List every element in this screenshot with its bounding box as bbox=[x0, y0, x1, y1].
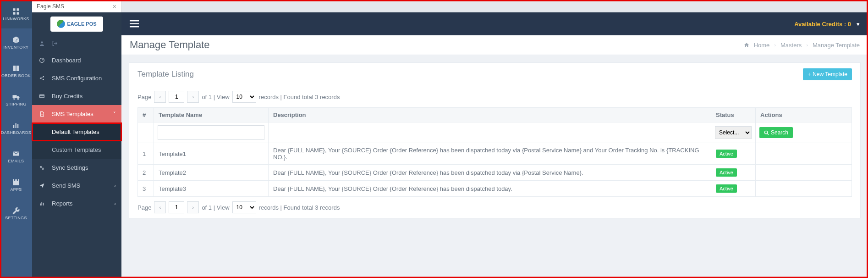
pager-records-label: records | Found total 3 records bbox=[259, 94, 340, 100]
pager-page-input[interactable] bbox=[169, 91, 184, 103]
svg-point-13 bbox=[40, 78, 41, 79]
pager-prev-button[interactable]: ‹ bbox=[154, 201, 166, 213]
svg-point-26 bbox=[764, 131, 767, 133]
mail-icon bbox=[12, 150, 20, 158]
tab-strip: Eagle SMS × bbox=[32, 0, 121, 12]
sidebar-item-label: Reports bbox=[52, 200, 73, 207]
rail-item-apps[interactable]: APPS bbox=[0, 171, 32, 199]
filter-name-input[interactable] bbox=[158, 125, 264, 140]
pager-view-select[interactable]: 10 bbox=[232, 91, 256, 103]
rail-item-settings[interactable]: SETTINGS bbox=[0, 199, 32, 228]
sidebar-item-label: Dashboard bbox=[52, 57, 81, 64]
book-icon bbox=[12, 64, 20, 72]
pager-page-input[interactable] bbox=[169, 201, 184, 213]
content-wrap: Template Listing + New Template Page ‹ ›… bbox=[121, 55, 868, 278]
app-sidebar-column: Eagle SMS × EAGLE POS DashboardSMS Confi… bbox=[32, 0, 121, 278]
sidebar-item-label: SMS Templates bbox=[52, 111, 93, 117]
logo-text: EAGLE POS bbox=[67, 21, 96, 27]
svg-point-14 bbox=[43, 76, 44, 78]
sidebar-item-buy-credits[interactable]: Buy Credits bbox=[32, 87, 121, 105]
svg-point-6 bbox=[17, 98, 19, 100]
pager-next-button[interactable]: › bbox=[187, 201, 199, 213]
sidebar-item-sms-templates[interactable]: SMS Templates˅ bbox=[32, 105, 121, 123]
col-num-header: # bbox=[138, 108, 154, 122]
search-icon bbox=[764, 130, 769, 135]
dashboard-icon bbox=[39, 57, 48, 63]
rail-label: SHIPPING bbox=[5, 102, 26, 106]
pager-of-label: of 1 | View bbox=[202, 204, 229, 211]
sidebar-item-send-sms[interactable]: Send SMS‹ bbox=[32, 177, 121, 195]
new-template-button[interactable]: + New Template bbox=[803, 68, 852, 80]
pager-records-label: records | Found total 3 records bbox=[259, 204, 340, 211]
col-actions-header: Actions bbox=[756, 108, 852, 122]
svg-rect-3 bbox=[17, 12, 19, 15]
page-header: Manage Template Home › Masters › Manage … bbox=[121, 35, 868, 55]
col-status-header: Status bbox=[711, 108, 756, 122]
user-icon[interactable] bbox=[39, 40, 45, 46]
svg-point-18 bbox=[40, 166, 42, 167]
rail-item-shipping[interactable]: SHIPPING bbox=[0, 85, 32, 114]
sidebar-sub-custom-templates[interactable]: Custom Templates bbox=[32, 141, 121, 159]
svg-rect-24 bbox=[130, 23, 139, 25]
sidebar-item-label: Buy Credits bbox=[52, 93, 82, 100]
panel-title: Template Listing bbox=[137, 70, 194, 79]
row-desc: Dear {FULL NAME}, Your {SOURCE} Order {O… bbox=[269, 143, 711, 165]
home-icon bbox=[744, 42, 749, 48]
chevron-down-icon: ˅ bbox=[113, 111, 116, 117]
status-badge: Active bbox=[716, 184, 737, 193]
boxes-icon bbox=[12, 36, 20, 44]
row-name: Template3 bbox=[154, 181, 269, 197]
pager-prev-button[interactable]: ‹ bbox=[154, 91, 166, 103]
panel-template-listing: Template Listing + New Template Page ‹ ›… bbox=[129, 62, 861, 218]
row-actions bbox=[756, 165, 852, 181]
wrench-icon bbox=[12, 206, 20, 215]
sidebar-item-sync-settings[interactable]: Sync Settings bbox=[32, 159, 121, 177]
row-actions bbox=[756, 143, 852, 165]
sidebar-item-label: Send SMS bbox=[52, 182, 80, 189]
pager-next-button[interactable]: › bbox=[187, 91, 199, 103]
doc-icon bbox=[39, 111, 48, 117]
search-button[interactable]: Search bbox=[759, 127, 793, 138]
pager-view-select[interactable]: 10 bbox=[232, 201, 256, 213]
tab-strip-extension bbox=[121, 0, 868, 12]
templates-table: # Template Name Description Status Actio… bbox=[137, 107, 852, 197]
tab-eagle-sms[interactable]: Eagle SMS × bbox=[32, 0, 121, 12]
rail-item-order-book[interactable]: ORDER BOOK bbox=[0, 57, 32, 85]
bar-icon bbox=[39, 200, 48, 206]
filter-status-select[interactable]: Select... bbox=[715, 126, 752, 139]
logout-icon[interactable] bbox=[52, 40, 58, 46]
row-name: Template1 bbox=[154, 143, 269, 165]
sidebar-item-sms-configuration[interactable]: SMS Configuration bbox=[32, 69, 121, 87]
table-row: 2Template2Dear {FULL NAME}, Your {SOURCE… bbox=[138, 165, 852, 181]
main-column: Available Credits : 0 ▾ Manage Template … bbox=[121, 0, 868, 278]
table-row: 1Template1Dear {FULL NAME}, Your {SOURCE… bbox=[138, 143, 852, 165]
chevron-right-icon: › bbox=[806, 42, 808, 48]
svg-rect-23 bbox=[130, 20, 139, 22]
sidebar-sub-default-templates[interactable]: Default Templates bbox=[32, 123, 121, 141]
chart-icon bbox=[12, 121, 20, 129]
row-status: Active bbox=[711, 165, 756, 181]
crumb-masters[interactable]: Masters bbox=[780, 42, 802, 49]
card-icon bbox=[39, 93, 48, 99]
hamburger-icon[interactable] bbox=[130, 20, 139, 28]
chevron-left-icon: ‹ bbox=[114, 201, 116, 206]
row-status: Active bbox=[711, 143, 756, 165]
row-num: 1 bbox=[138, 143, 154, 165]
svg-rect-1 bbox=[17, 8, 19, 11]
pager-label: Page bbox=[137, 204, 151, 211]
svg-point-15 bbox=[43, 79, 44, 80]
rail-item-emails[interactable]: EMAILS bbox=[0, 142, 32, 171]
rail-item-dashboards[interactable]: DASHBOARDS bbox=[0, 114, 32, 142]
rail-label: ORDER BOOK bbox=[1, 73, 31, 78]
sidebar-item-reports[interactable]: Reports‹ bbox=[32, 195, 121, 212]
close-icon[interactable]: × bbox=[104, 3, 116, 10]
credits-dropdown-caret-icon[interactable]: ▾ bbox=[857, 21, 860, 28]
logo[interactable]: EAGLE POS bbox=[50, 17, 103, 32]
crumb-home[interactable]: Home bbox=[754, 42, 770, 49]
pager-of-label: of 1 | View bbox=[202, 94, 229, 100]
svg-point-11 bbox=[41, 41, 43, 43]
rail-item-linnworks[interactable]: LINNWORKS bbox=[0, 0, 32, 28]
sidebar-item-dashboard[interactable]: Dashboard bbox=[32, 51, 121, 69]
rail-item-inventory[interactable]: INVENTORY bbox=[0, 28, 32, 57]
pager-label: Page bbox=[137, 94, 151, 100]
